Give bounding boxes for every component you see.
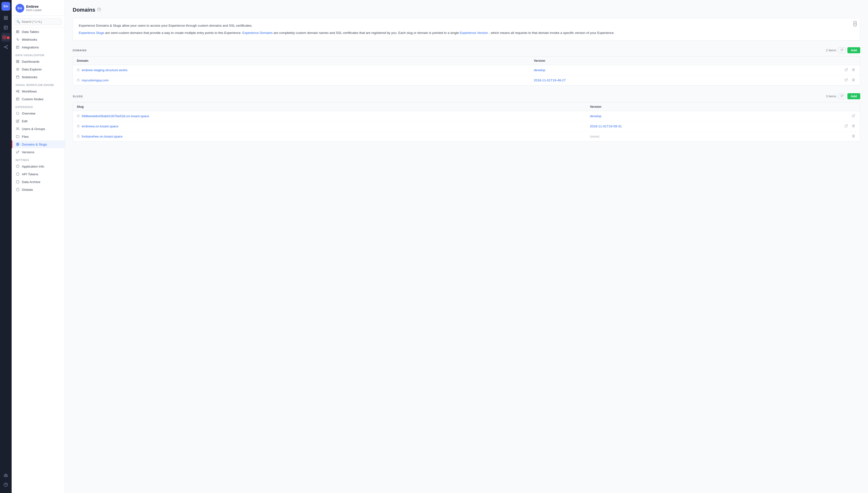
lock-icon [77,135,80,138]
nav-help-icon[interactable] [1,480,10,489]
slugs-section-title: SLUGS [73,95,83,98]
svg-point-9 [7,48,7,49]
slug-delete-3[interactable] [851,134,856,139]
svg-point-29 [17,68,19,71]
sidebar-label-data-archive: Data Archive [22,180,40,184]
svg-rect-1 [6,16,7,17]
search-input[interactable] [15,18,62,25]
sidebar-item-edit[interactable]: Edit [12,117,65,125]
slugs-refresh-button[interactable] [838,93,845,99]
main-content: Domains × Experience Domains & Slugs all… [65,0,868,493]
svg-rect-21 [17,46,19,49]
domain-row-actions-1 [844,68,856,73]
sidebar-item-users-groups[interactable]: Users & Groups [12,125,65,133]
sidebar-item-globals[interactable]: Globals [12,186,65,193]
sidebar-item-data-tables[interactable]: Data Tables [12,28,65,36]
sidebar-item-overview[interactable]: Overview [12,109,65,117]
sidebar-header: Em Embree from Losant [12,0,65,16]
search-bar: 🔍 [12,16,65,28]
sidebar-label-versions: Versions [22,150,35,154]
domain-link-1[interactable]: embree-staging.structure.works [82,68,127,72]
banner-text-2b: are completely custom domain names and S… [274,31,460,35]
sidebar-item-application-info[interactable]: Application Info [12,163,65,170]
sidebar-item-api-tokens[interactable]: API Tokens [12,170,65,178]
experience-slugs-link[interactable]: Experience Slugs [79,31,104,35]
brand-logo[interactable]: Em [1,2,10,10]
slug-link-2[interactable]: embreea.on.losant.space [82,125,119,128]
nav-section-workflow: Visual Workflow Engine Workflows Custom … [12,81,65,103]
domain-row-actions-2 [844,78,856,83]
lock-icon [77,125,80,128]
slug-link-3[interactable]: foobarwhee.on.losant.space [82,135,123,138]
experience-version-link[interactable]: Experience Version [460,31,488,35]
nav-dashboard-icon[interactable] [1,23,10,32]
nav-workflow-icon[interactable] [1,43,10,51]
sidebar-item-files[interactable]: Files [12,133,65,141]
domains-col-version: Version [530,57,840,65]
nav-experience-icon[interactable]: ◼ [1,33,10,42]
sidebar-item-integrations[interactable]: Integrations [12,43,65,51]
sidebar-item-dashboards[interactable]: Dashboards [12,58,65,65]
nav-home-icon[interactable] [1,14,10,22]
svg-point-52 [16,188,19,191]
sidebar-label-data-explorer: Data Explorer [22,68,42,71]
sidebar-item-workflows[interactable]: Workflows [12,87,65,95]
domains-table-header: Domain Version [73,57,860,65]
section-label-data-viz: Data Visualization [12,51,65,58]
custom-nodes-icon [16,97,20,101]
sidebar-item-custom-nodes[interactable]: Custom Nodes [12,95,65,103]
sidebar-item-data-explorer[interactable]: Data Explorer [12,65,65,73]
version-link-1[interactable]: develop [534,68,545,72]
org-sub: from Losant [26,8,41,12]
domains-col-domain: Domain [73,57,530,65]
domain-external-link-1[interactable] [844,68,849,73]
domain-version-1: develop [530,65,840,75]
nav-robot-icon[interactable] [1,471,10,479]
svg-point-14 [6,476,7,476]
domains-refresh-button[interactable] [838,47,845,53]
table-row: embreea.on.losant.space 2018-11-01T19-59… [73,121,860,131]
sidebar-label-overview: Overview [22,112,35,115]
sidebar-label-webhooks: Webhooks [22,38,37,41]
slug-external-link-2[interactable] [844,124,849,129]
help-icon[interactable] [97,7,101,12]
domains-add-button[interactable]: Add [847,47,860,53]
sidebar-label-dashboards: Dashboards [22,60,40,63]
banner-text-2a: are semi-custom domains that provide a w… [105,31,243,35]
sidebar-label-globals: Globals [22,188,33,192]
notebooks-icon [16,75,20,79]
slug-external-link-1[interactable] [851,113,856,119]
version-link-2[interactable]: 2018-11-01T19-48-27 [534,79,565,82]
sidebar-item-data-archive[interactable]: Data Archive [12,178,65,186]
experience-domains-link[interactable]: Experience Domains [242,31,273,35]
slugs-table: Slug Version 568beedeb436ab01007be53d. [73,102,860,142]
svg-rect-2 [4,18,5,20]
slugs-add-button[interactable]: Add [847,93,860,99]
sidebar-item-domains-slugs[interactable]: Domains & Slugs [12,141,65,148]
domain-delete-1[interactable] [851,68,856,73]
svg-rect-3 [6,18,7,20]
slug-version-link-1[interactable]: develop [590,114,601,118]
sidebar: Em Embree from Losant 🔍 Data Tables Webh… [12,0,65,493]
domain-external-link-2[interactable] [844,78,849,83]
domains-section: DOMAINS 2 items Add Domain Version [73,47,860,85]
sidebar-label-integrations: Integrations [22,45,39,49]
edit-icon [16,119,20,123]
slug-row-actions-3 [844,134,856,139]
org-info[interactable]: Em Embree from Losant [16,4,61,13]
slug-delete-2[interactable] [851,124,856,129]
slug-version-link-2[interactable]: 2018-11-01T19-59-31 [590,125,622,128]
lock-icon [77,114,80,118]
integrations-icon [16,45,20,49]
sidebar-item-versions[interactable]: Versions [12,148,65,156]
sidebar-item-notebooks[interactable]: Notebooks [12,73,65,81]
slug-link-1[interactable]: 568beedeb436ab01007be53d.on.losant.space [82,114,149,118]
domain-delete-2[interactable] [851,78,856,83]
svg-point-40 [17,112,19,115]
sidebar-item-webhooks[interactable]: Webhooks [12,36,65,43]
svg-rect-26 [17,62,17,63]
banner-close-button[interactable]: × [853,21,856,26]
svg-rect-32 [16,90,17,92]
nav-section-data-viz: Data Visualization Dashboards Data Explo… [12,51,65,81]
domain-link-2[interactable]: mycustomguy.com [82,79,109,82]
